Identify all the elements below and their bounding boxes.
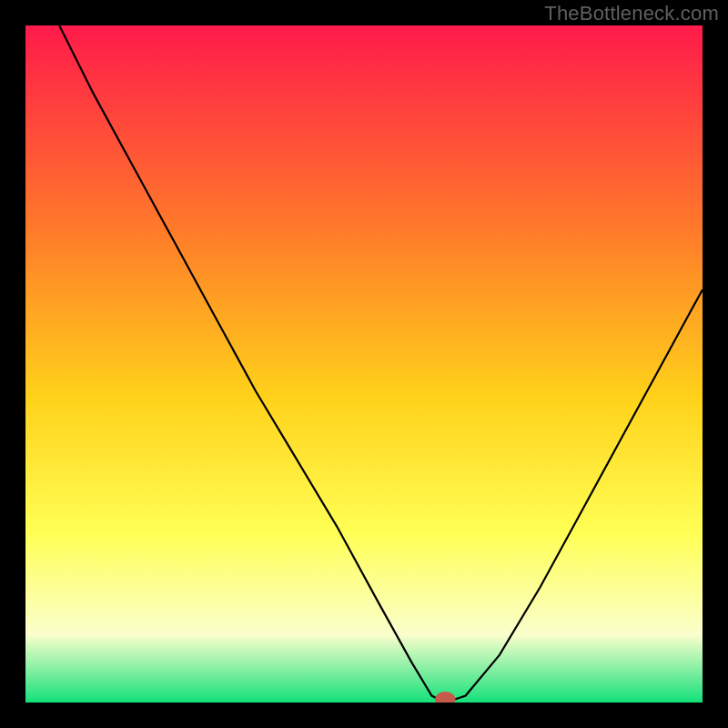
chart-svg <box>25 25 703 703</box>
gradient-rect <box>25 25 703 703</box>
watermark-text: TheBottleneck.com <box>544 2 719 25</box>
chart-frame: TheBottleneck.com <box>0 0 728 728</box>
plot-area <box>25 25 703 703</box>
